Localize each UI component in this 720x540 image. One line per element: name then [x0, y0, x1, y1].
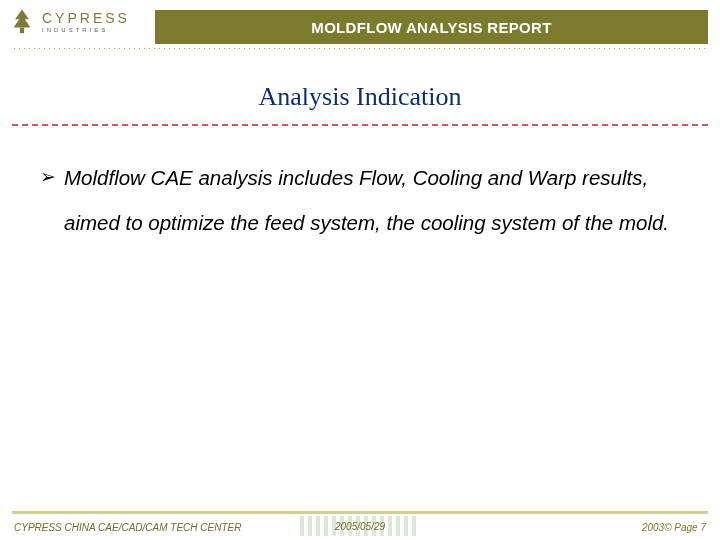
- logo-name: CYPRESS: [42, 11, 130, 25]
- cypress-tree-icon: [8, 8, 36, 36]
- slide: CYPRESS INDUSTRIES MOLDFLOW ANALYSIS REP…: [0, 0, 720, 540]
- list-item: ➢ Moldflow CAE analysis includes Flow, C…: [40, 155, 688, 245]
- footer-date: 2005/05/29: [335, 521, 385, 532]
- section-heading: Analysis Indication: [0, 82, 720, 112]
- footer-date-wrap: 2005/05/29: [300, 516, 420, 536]
- body-text: ➢ Moldflow CAE analysis includes Flow, C…: [40, 155, 688, 245]
- logo-text: CYPRESS INDUSTRIES: [42, 11, 130, 33]
- footer-page: 2003© Page 7: [642, 522, 706, 533]
- bullet-icon: ➢: [40, 155, 56, 200]
- footer-left: CYPRESS CHINA CAE/CAD/CAM TECH CENTER: [14, 522, 241, 533]
- title-bar: MOLDFLOW ANALYSIS REPORT: [155, 10, 708, 44]
- divider-dashed: [12, 124, 708, 126]
- bullet-text: Moldflow CAE analysis includes Flow, Coo…: [64, 155, 688, 245]
- divider-dots: [12, 47, 708, 50]
- logo: CYPRESS INDUSTRIES: [8, 8, 130, 36]
- logo-subtitle: INDUSTRIES: [42, 27, 130, 33]
- footer-divider: [12, 511, 708, 514]
- report-title: MOLDFLOW ANALYSIS REPORT: [311, 19, 551, 36]
- svg-rect-0: [20, 28, 24, 34]
